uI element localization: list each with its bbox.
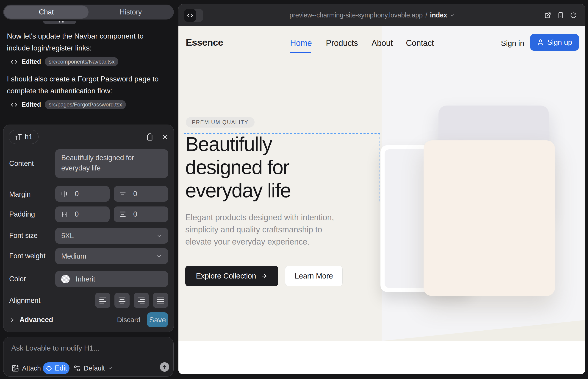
lovable-sidebar: Chat History Now let's update the Navbar…: [0, 0, 178, 379]
url-domain: preview--charming-site-symphony.lovable.…: [289, 12, 423, 19]
padding-x-input[interactable]: 0: [55, 206, 110, 222]
padding-horizontal-icon: [60, 210, 68, 218]
margin-y-input[interactable]: 0: [114, 186, 168, 202]
element-editor-panel: h1 Content Beautifully designed for ever…: [3, 125, 174, 332]
discard-button[interactable]: Discard: [110, 312, 147, 327]
site-logo[interactable]: Essence: [186, 37, 223, 48]
prompt-input-box[interactable]: Ask Lovable to modify H1... Attach Edit …: [3, 337, 174, 377]
assistant-message: Now let's update the Navbar component to…: [7, 30, 144, 54]
open-external-button[interactable]: [544, 12, 551, 19]
preview-url[interactable]: preview--charming-site-symphony.lovable.…: [289, 4, 455, 26]
font-weight-label: Font weight: [9, 252, 46, 260]
edit-label: Edit: [55, 364, 67, 372]
chat-mode-select[interactable]: Default: [73, 362, 113, 374]
nav-active-underline: [290, 52, 311, 53]
padding-vertical-icon: [119, 210, 127, 218]
content-label: Content: [9, 159, 34, 168]
arrow-right-icon: [261, 272, 268, 280]
clipped-glyph-dot: [62, 21, 63, 22]
padding-label: Padding: [9, 210, 35, 218]
element-tag-pill[interactable]: h1: [9, 130, 39, 144]
sign-up-label: Sign up: [547, 38, 572, 47]
margin-horizontal-icon: [60, 190, 68, 198]
close-editor-button[interactable]: [161, 133, 169, 141]
align-right-button[interactable]: [134, 293, 149, 308]
color-label: Color: [9, 275, 26, 283]
edited-label: Edited: [22, 58, 41, 65]
nav-contact[interactable]: Contact: [406, 38, 434, 48]
code-icon: [187, 12, 193, 18]
font-size-label: Font size: [9, 232, 38, 240]
chat-history-tabs: Chat History: [3, 5, 174, 19]
chevron-right-icon: [9, 316, 15, 323]
settings-sliders-icon: [73, 364, 81, 372]
code-icon: [11, 101, 17, 108]
attach-button[interactable]: Attach: [12, 362, 41, 374]
arrow-up-icon: [162, 364, 167, 370]
font-size-value: 5XL: [61, 232, 74, 240]
font-size-select[interactable]: 5XL: [55, 228, 168, 244]
learn-more-button[interactable]: Learn More: [285, 266, 343, 286]
delete-element-button[interactable]: [146, 133, 154, 141]
sign-up-button[interactable]: Sign up: [530, 34, 579, 51]
nav-about[interactable]: About: [371, 38, 393, 48]
type-icon: [15, 133, 22, 141]
clipped-glyph-dot: [59, 21, 60, 22]
decor-card-beige: [424, 141, 555, 296]
prompt-toolbar: Attach Edit Default: [3, 362, 173, 374]
chevron-down-icon: [156, 253, 162, 259]
premium-quality-badge: PREMIUM QUALITY: [186, 117, 255, 127]
tab-history[interactable]: History: [89, 5, 173, 19]
padding-y-input[interactable]: 0: [114, 206, 168, 222]
advanced-label: Advanced: [19, 316, 53, 324]
nav-products[interactable]: Products: [326, 38, 358, 48]
font-weight-select[interactable]: Medium: [55, 248, 168, 264]
hero-headline[interactable]: Beautifully designed for everyday life: [185, 132, 291, 202]
color-swatch: [61, 275, 70, 283]
margin-label: Margin: [9, 190, 31, 198]
prompt-placeholder: Ask Lovable to modify H1...: [11, 344, 99, 352]
refresh-button[interactable]: [570, 12, 577, 19]
color-value: Inherit: [76, 275, 95, 283]
clipped-file-pill: [43, 21, 76, 24]
hero-subtext: Elegant products designed with intention…: [185, 211, 334, 248]
content-textarea[interactable]: Beautifully designed for everyday life: [55, 149, 168, 178]
code-toggle-active-segment[interactable]: [184, 9, 196, 22]
site-preview-window: preview--charming-site-symphony.lovable.…: [178, 4, 585, 374]
align-left-button[interactable]: [95, 293, 110, 308]
h1-selection-outline[interactable]: Beautifully designed for everyday life: [184, 133, 380, 203]
align-justify-button[interactable]: [153, 293, 168, 308]
sign-in-link[interactable]: Sign in: [501, 39, 524, 48]
locate-icon: [46, 365, 52, 372]
edit-mode-button[interactable]: Edit: [43, 362, 69, 374]
image-plus-icon: [12, 364, 19, 372]
margin-vertical-icon: [119, 190, 127, 198]
nav-home[interactable]: Home: [290, 38, 312, 48]
margin-y-value: 0: [133, 190, 137, 198]
save-button[interactable]: Save: [147, 312, 168, 327]
padding-y-value: 0: [133, 210, 137, 218]
font-weight-value: Medium: [61, 252, 86, 260]
explore-collection-button[interactable]: Explore Collection: [185, 266, 278, 286]
color-input[interactable]: Inherit: [55, 271, 168, 287]
code-view-toggle[interactable]: [184, 9, 203, 22]
mobile-view-button[interactable]: [557, 12, 564, 19]
send-button[interactable]: [160, 362, 169, 372]
advanced-toggle[interactable]: Advanced: [9, 312, 53, 327]
file-pill[interactable]: src/components/Navbar.tsx: [45, 57, 118, 66]
edited-label: Edited: [22, 101, 41, 108]
element-tag-name: h1: [25, 133, 32, 141]
tab-chat[interactable]: Chat: [4, 5, 89, 19]
align-center-button[interactable]: [114, 293, 130, 308]
file-pill[interactable]: src/pages/ForgotPassword.tsx: [45, 100, 126, 109]
edited-file-row: Edited src/components/Navbar.tsx: [11, 57, 118, 66]
next-section: [178, 341, 585, 374]
padding-x-value: 0: [75, 210, 79, 218]
assistant-message: I should also create a Forgot Password p…: [7, 73, 158, 97]
code-icon: [11, 58, 17, 65]
explore-collection-label: Explore Collection: [196, 272, 256, 280]
chevron-down-icon: [449, 13, 455, 18]
margin-x-input[interactable]: 0: [55, 186, 110, 202]
chevron-down-icon: [108, 365, 113, 371]
alignment-label: Alignment: [9, 296, 40, 305]
